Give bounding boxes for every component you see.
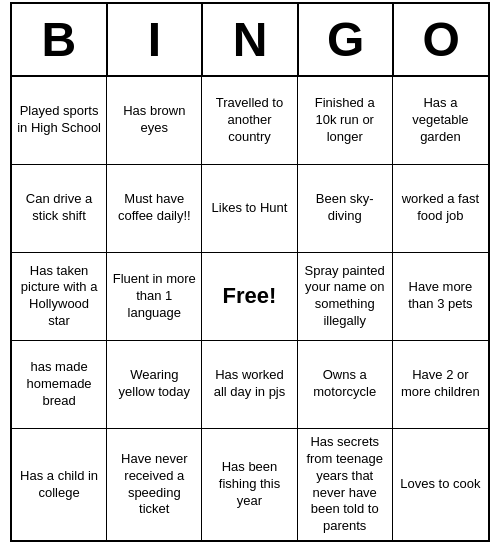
bingo-cell-22[interactable]: Has been fishing this year — [202, 429, 297, 540]
bingo-cell-4[interactable]: Has a vegetable garden — [393, 77, 488, 165]
bingo-cell-7[interactable]: Likes to Hunt — [202, 165, 297, 253]
bingo-cell-13[interactable]: Spray painted your name on something ill… — [298, 253, 393, 341]
bingo-cell-21[interactable]: Have never received a speeding ticket — [107, 429, 202, 540]
bingo-cell-1[interactable]: Has brown eyes — [107, 77, 202, 165]
header-letter: I — [108, 4, 204, 77]
bingo-cell-17[interactable]: Has worked all day in pjs — [202, 341, 297, 429]
bingo-cell-11[interactable]: Fluent in more than 1 language — [107, 253, 202, 341]
bingo-cell-9[interactable]: worked a fast food job — [393, 165, 488, 253]
header-letter: G — [299, 4, 395, 77]
bingo-header: BINGO — [12, 4, 488, 77]
bingo-cell-14[interactable]: Have more than 3 pets — [393, 253, 488, 341]
header-letter: O — [394, 4, 488, 77]
bingo-cell-2[interactable]: Travelled to another country — [202, 77, 297, 165]
bingo-cell-18[interactable]: Owns a motorcycle — [298, 341, 393, 429]
bingo-cell-12[interactable]: Free! — [202, 253, 297, 341]
bingo-cell-5[interactable]: Can drive a stick shift — [12, 165, 107, 253]
bingo-grid: Played sports in High SchoolHas brown ey… — [12, 77, 488, 540]
header-letter: N — [203, 4, 299, 77]
bingo-cell-0[interactable]: Played sports in High School — [12, 77, 107, 165]
bingo-cell-3[interactable]: Finished a 10k run or longer — [298, 77, 393, 165]
bingo-cell-6[interactable]: Must have coffee daily!! — [107, 165, 202, 253]
bingo-cell-15[interactable]: has made homemade bread — [12, 341, 107, 429]
bingo-cell-10[interactable]: Has taken picture with a Hollywood star — [12, 253, 107, 341]
bingo-cell-8[interactable]: Been sky-diving — [298, 165, 393, 253]
bingo-cell-24[interactable]: Loves to cook — [393, 429, 488, 540]
bingo-cell-16[interactable]: Wearing yellow today — [107, 341, 202, 429]
header-letter: B — [12, 4, 108, 77]
bingo-cell-19[interactable]: Have 2 or more children — [393, 341, 488, 429]
bingo-card: BINGO Played sports in High SchoolHas br… — [10, 2, 490, 542]
bingo-cell-20[interactable]: Has a child in college — [12, 429, 107, 540]
bingo-cell-23[interactable]: Has secrets from teenage years that neve… — [298, 429, 393, 540]
